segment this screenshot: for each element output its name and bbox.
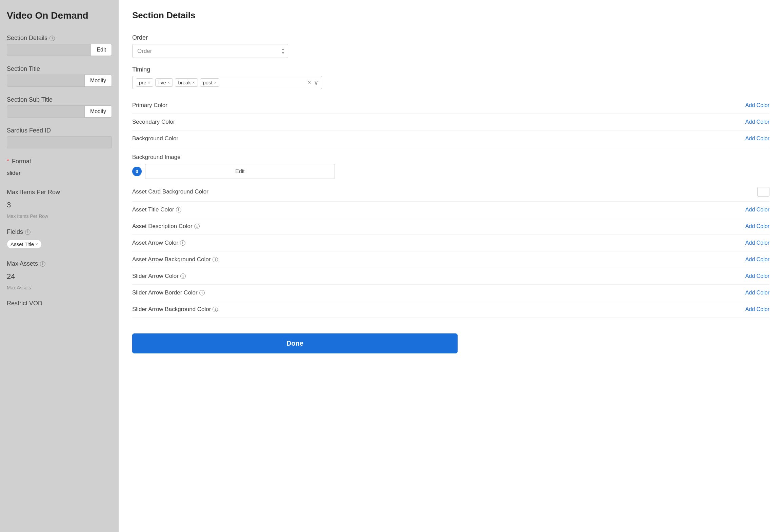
background-image-section: Background Image 0 Edit [132, 154, 769, 179]
asset-arrow-color-label: Asset Arrow Color ℹ [132, 240, 185, 246]
max-assets-field: Max Assets ℹ 24 Max Assets [7, 260, 112, 290]
timing-actions: × ∨ [307, 79, 318, 86]
timing-tag-pre-remove[interactable]: × [148, 80, 150, 85]
slider-arrow-background-color-row: Slider Arrow Background Color ℹ Add Colo… [132, 301, 769, 318]
section-details-field: Section Details ℹ Edit [7, 35, 112, 56]
slider-arrow-color-row: Slider Arrow Color ℹ Add Color [132, 268, 769, 285]
timing-tag-live: live × [155, 78, 173, 87]
fields-label: Fields ℹ [7, 228, 112, 236]
timing-tag-live-remove[interactable]: × [167, 80, 170, 85]
timing-chevron-icon[interactable]: ∨ [314, 79, 318, 86]
asset-description-color-label: Asset Description Color ℹ [132, 223, 200, 230]
right-panel: Section Details Order Order ▲ ▼ Timing p… [119, 0, 783, 532]
background-color-row: Background Color Add Color [132, 130, 769, 147]
asset-card-background-color-row: Asset Card Background Color [132, 182, 769, 202]
section-details-input-row: Edit [7, 44, 112, 56]
right-panel-title: Section Details [132, 10, 769, 21]
background-image-label: Background Image [132, 154, 769, 161]
fields-tags: Asset Title × [7, 238, 112, 251]
asset-description-color-info-icon[interactable]: ℹ [194, 224, 200, 229]
asset-arrow-background-color-add-button[interactable]: Add Color [745, 257, 769, 263]
section-sub-title-modify-button[interactable]: Modify [84, 106, 112, 117]
max-assets-label: Max Assets ℹ [7, 260, 112, 267]
app-title: Video On Demand [7, 10, 112, 21]
primary-color-row: Primary Color Add Color [132, 97, 769, 114]
background-image-edit-button[interactable]: Edit [145, 164, 335, 179]
background-image-badge: 0 [132, 167, 142, 176]
section-title-field: Section Title Modify [7, 65, 112, 87]
secondary-color-add-button[interactable]: Add Color [745, 119, 769, 125]
asset-arrow-color-info-icon[interactable]: ℹ [180, 240, 185, 246]
background-color-add-button[interactable]: Add Color [745, 136, 769, 142]
section-details-edit-button[interactable]: Edit [91, 44, 112, 56]
section-sub-title-field: Section Sub Title Modify [7, 96, 112, 118]
section-title-label: Section Title [7, 65, 112, 73]
sardius-feed-id-field: Sardius Feed ID [7, 127, 112, 148]
timing-tag-break-remove[interactable]: × [192, 80, 195, 85]
slider-arrow-color-info-icon[interactable]: ℹ [180, 273, 186, 279]
max-items-per-row-label: Max Items Per Row [7, 189, 112, 196]
background-image-upload-row: 0 Edit [132, 164, 769, 179]
max-assets-hint: Max Assets [7, 285, 112, 290]
max-items-per-row-hint: Max Items Per Row [7, 213, 112, 219]
background-color-label: Background Color [132, 135, 178, 142]
timing-tag-post-remove[interactable]: × [214, 80, 217, 85]
asset-title-color-label: Asset Title Color ℹ [132, 206, 181, 213]
section-details-info-icon[interactable]: ℹ [49, 36, 55, 41]
section-title-input[interactable] [7, 75, 84, 86]
section-details-input[interactable] [7, 44, 91, 56]
section-details-label: Section Details ℹ [7, 35, 112, 42]
slider-arrow-border-color-info-icon[interactable]: ℹ [199, 290, 205, 295]
format-value: slider [7, 167, 112, 179]
left-panel: Video On Demand Section Details ℹ Edit S… [0, 0, 119, 532]
done-button[interactable]: Done [132, 333, 458, 353]
timing-multiselect[interactable]: pre × live × break × post × × ∨ [132, 76, 322, 89]
asset-description-color-add-button[interactable]: Add Color [745, 223, 769, 229]
section-title-modify-button[interactable]: Modify [84, 75, 112, 86]
format-required-star: * [7, 158, 9, 165]
asset-title-color-info-icon[interactable]: ℹ [176, 207, 181, 212]
primary-color-add-button[interactable]: Add Color [745, 102, 769, 108]
order-select-arrows-icon: ▲ ▼ [281, 47, 285, 55]
order-select-wrapper: Order ▲ ▼ [132, 44, 288, 58]
timing-section: Timing pre × live × break × post × × ∨ [132, 66, 769, 89]
slider-arrow-color-label: Slider Arrow Color ℹ [132, 273, 186, 280]
max-items-per-row-field: Max Items Per Row 3 Max Items Per Row [7, 189, 112, 219]
timing-tag-break: break × [175, 78, 198, 87]
asset-description-color-row: Asset Description Color ℹ Add Color [132, 218, 769, 235]
asset-card-background-color-swatch[interactable] [757, 187, 769, 197]
primary-color-label: Primary Color [132, 102, 167, 109]
sardius-feed-id-input[interactable] [7, 136, 112, 148]
fields-tag-asset-title-remove[interactable]: × [35, 242, 38, 247]
section-sub-title-input[interactable] [7, 106, 84, 117]
secondary-color-label: Secondary Color [132, 119, 175, 125]
max-assets-info-icon[interactable]: ℹ [40, 261, 45, 267]
slider-arrow-color-add-button[interactable]: Add Color [745, 273, 769, 279]
timing-tag-post: post × [200, 78, 220, 87]
asset-arrow-background-color-row: Asset Arrow Background Color ℹ Add Color [132, 251, 769, 268]
asset-title-color-row: Asset Title Color ℹ Add Color [132, 202, 769, 218]
asset-arrow-color-row: Asset Arrow Color ℹ Add Color [132, 235, 769, 251]
timing-label: Timing [132, 66, 769, 73]
done-bar: Done [132, 328, 769, 353]
slider-arrow-background-color-info-icon[interactable]: ℹ [213, 307, 218, 312]
section-title-input-row: Modify [7, 75, 112, 87]
slider-arrow-background-color-label: Slider Arrow Background Color ℹ [132, 306, 218, 313]
restrict-vod-label: Restrict VOD [7, 300, 112, 307]
secondary-color-row: Secondary Color Add Color [132, 114, 769, 130]
asset-title-color-add-button[interactable]: Add Color [745, 207, 769, 213]
fields-tag-asset-title: Asset Title × [7, 240, 42, 249]
order-select[interactable]: Order [132, 44, 288, 58]
format-label: * Format [7, 158, 112, 165]
order-label: Order [132, 34, 769, 41]
timing-clear-icon[interactable]: × [307, 79, 311, 86]
slider-arrow-border-color-label: Slider Arrow Border Color ℹ [132, 289, 205, 296]
slider-arrow-border-color-add-button[interactable]: Add Color [745, 290, 769, 296]
slider-arrow-background-color-add-button[interactable]: Add Color [745, 306, 769, 312]
timing-tag-pre: pre × [136, 78, 153, 87]
fields-tag-asset-title-text: Asset Title [11, 241, 34, 247]
asset-arrow-color-add-button[interactable]: Add Color [745, 240, 769, 246]
asset-arrow-background-color-label: Asset Arrow Background Color ℹ [132, 256, 218, 263]
fields-info-icon[interactable]: ℹ [25, 229, 31, 235]
asset-arrow-background-color-info-icon[interactable]: ℹ [213, 257, 218, 262]
